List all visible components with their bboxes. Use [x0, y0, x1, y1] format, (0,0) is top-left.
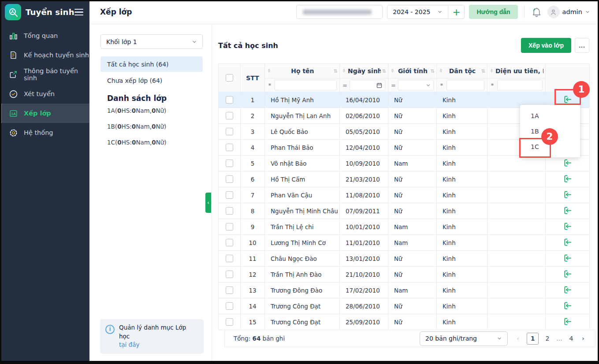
grade-select[interactable]: Khối lớp 1 — [100, 34, 203, 49]
row-checkbox[interactable] — [226, 255, 233, 262]
column-header-name[interactable]: Họ tên ⇅ — [265, 64, 340, 78]
filter-operator[interactable]: = — [342, 82, 347, 89]
filter-unassigned[interactable]: Chưa xếp lớp (64) — [100, 73, 203, 88]
row-gender: Nam — [388, 156, 437, 171]
filter-operator[interactable]: * — [268, 82, 272, 89]
user-menu[interactable]: admin — [547, 6, 590, 18]
pin-icon[interactable] — [267, 69, 272, 74]
notification-bell-icon[interactable] — [531, 6, 543, 18]
row-checkbox[interactable] — [226, 144, 233, 151]
sort-icon[interactable]: ⇅ — [481, 68, 485, 74]
pin-icon[interactable] — [342, 69, 346, 74]
assign-to-class-icon[interactable] — [563, 269, 572, 279]
assign-to-class-icon[interactable] — [563, 206, 572, 215]
filter-dob-cell: = — [340, 78, 388, 92]
column-header-dob[interactable]: Ngày sinh ⇅ — [340, 64, 388, 78]
sort-icon[interactable]: ⇅ — [431, 68, 435, 74]
grade-select-value: Khối lớp 1 — [106, 38, 137, 45]
sidebar-nav: Tổng quan Kế hoạch tuyển sinh Thông báo … — [0, 26, 89, 142]
next-page-button[interactable]: › — [580, 335, 586, 342]
pin-icon[interactable] — [390, 69, 395, 74]
ethnic-filter-input[interactable] — [449, 82, 482, 89]
assign-to-class-icon[interactable] — [563, 95, 572, 104]
panel-collapse-handle[interactable]: ‹ — [205, 193, 211, 213]
sidebar-item-he-thong[interactable]: Hệ thống — [0, 123, 89, 142]
assign-to-class-button[interactable]: Xếp vào lớp — [521, 38, 571, 53]
filter-all-students[interactable]: Tất cả học sinh (64) — [100, 56, 203, 72]
sort-icon[interactable]: ⇅ — [382, 68, 386, 74]
page-button-1[interactable]: 1 — [527, 333, 539, 345]
assign-to-class-icon[interactable] — [563, 238, 572, 247]
divider — [524, 6, 525, 18]
row-checkbox[interactable] — [226, 175, 233, 183]
column-header-ethnic[interactable]: Dân tộc ⇅ — [437, 64, 487, 78]
select-all-checkbox[interactable] — [226, 74, 233, 82]
assign-to-class-icon[interactable] — [563, 301, 572, 310]
section-title: Tất cả học sinh — [218, 41, 278, 50]
calendar-icon[interactable] — [376, 82, 383, 89]
sort-icon[interactable]: ⇅ — [334, 68, 338, 74]
hamburger-menu-icon[interactable] — [74, 9, 83, 16]
sidebar-item-xet-tuyen[interactable]: Xét tuyển — [0, 84, 89, 104]
row-checkbox[interactable] — [226, 128, 233, 135]
sidebar-item-ke-hoach[interactable]: Kế hoạch tuyển sinh — [0, 45, 89, 65]
sidebar-item-thong-bao[interactable]: Thông báo tuyển sinh — [0, 65, 89, 84]
row-checkbox[interactable] — [226, 191, 233, 199]
row-checkbox[interactable] — [226, 318, 233, 326]
row-checkbox[interactable] — [226, 223, 233, 230]
row-checkbox[interactable] — [226, 160, 233, 167]
school-year-value: 2024 - 2025 — [393, 8, 430, 15]
name-filter-input[interactable] — [277, 82, 334, 89]
assign-to-class-icon[interactable] — [563, 285, 572, 294]
column-header-priority[interactable]: Diện ưu tiên, Kh — [487, 64, 546, 78]
gender-filter-select[interactable] — [398, 80, 434, 90]
page-button-4[interactable]: 4 — [568, 335, 574, 342]
help-button[interactable]: Hướng dẫn — [469, 5, 517, 19]
priority-filter-input[interactable] — [500, 82, 540, 89]
school-name-select[interactable] — [296, 5, 383, 19]
assign-to-class-icon[interactable] — [563, 222, 572, 231]
row-checkbox[interactable] — [226, 239, 233, 246]
info-link[interactable]: tại đây — [119, 341, 139, 348]
table-row: 9 Trần Thị Lệ chi 10/01/2010 Nam Kinh — [219, 219, 590, 235]
pin-icon[interactable] — [489, 69, 494, 74]
table-row: 5 Võ nhật Bảo 10/09/2010 Nam Kinh — [219, 156, 590, 171]
row-checkbox[interactable] — [226, 96, 233, 104]
filter-operator[interactable]: * — [439, 82, 444, 89]
row-checkbox[interactable] — [226, 286, 233, 294]
dob-filter-input[interactable] — [352, 82, 374, 89]
row-checkbox[interactable] — [226, 302, 233, 310]
more-options-button[interactable]: ... — [575, 38, 589, 53]
add-school-year-button[interactable]: + — [448, 5, 464, 19]
row-checkbox[interactable] — [226, 207, 233, 215]
assign-to-class-icon[interactable] — [563, 317, 572, 326]
class-item-1b[interactable]: 1B (0 HS: 0 Nam, 0 Nữ) — [107, 119, 203, 134]
class-item-1a[interactable]: 1A (0 HS: 0 Nam, 0 Nữ) — [107, 103, 203, 119]
row-stt: 10 — [241, 235, 265, 251]
assign-to-class-icon[interactable] — [563, 190, 572, 199]
popup-option-1c[interactable]: 1C — [520, 139, 580, 154]
page-size-select[interactable]: 20 bản ghi/trang — [420, 331, 508, 346]
page-button-2[interactable]: 2 — [544, 335, 551, 342]
row-checkbox[interactable] — [226, 271, 233, 278]
sidebar-item-xep-lop[interactable]: 1A Xếp lớp — [0, 104, 89, 123]
gender-filter-input[interactable] — [401, 82, 424, 89]
filter-operator[interactable]: = — [391, 82, 395, 89]
assign-to-class-icon[interactable] — [563, 158, 572, 167]
popup-option-1b[interactable]: 1B — [520, 123, 580, 139]
filter-operator[interactable]: * — [490, 82, 495, 89]
brand: Tuyển sinh — [0, 0, 89, 24]
assign-to-class-icon[interactable] — [563, 253, 572, 263]
class-item-1c[interactable]: 1C (0 HS: 0 Nam, 0 Nữ) — [107, 134, 203, 150]
popup-option-1a[interactable]: 1A — [520, 108, 580, 123]
school-year-select[interactable]: 2024 - 2025 — [387, 5, 448, 19]
row-priority — [487, 235, 546, 251]
row-checkbox[interactable] — [226, 112, 233, 119]
chevron-down-icon — [585, 9, 590, 15]
sidebar-item-tong-quan[interactable]: Tổng quan — [0, 26, 89, 45]
prev-page-button[interactable]: ‹ — [515, 335, 521, 342]
pin-icon[interactable] — [439, 69, 443, 74]
assign-to-class-icon[interactable] — [563, 174, 572, 183]
column-header-gender[interactable]: Giới tính ⇅ — [388, 64, 437, 78]
row-stt: 5 — [241, 156, 265, 171]
